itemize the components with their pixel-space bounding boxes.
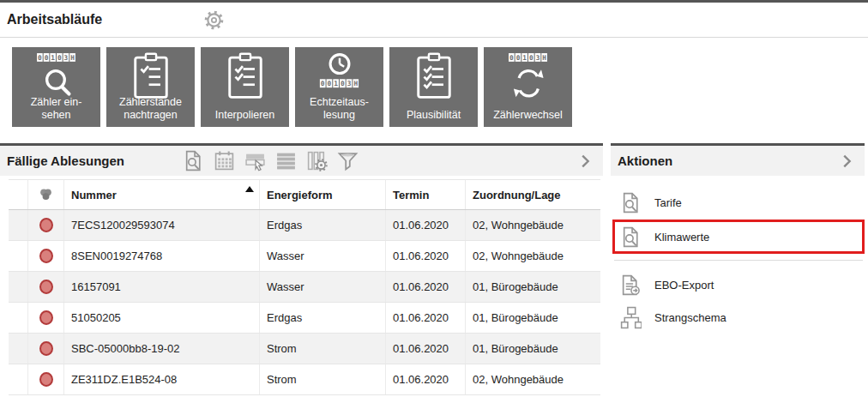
table-row[interactable]: SBC-05000bb8-19-02Strom01.06.202001, Bür… xyxy=(9,334,600,364)
tile-label: Interpolieren xyxy=(202,109,287,122)
svg-text:0: 0 xyxy=(57,54,61,62)
tile-label-line: Zählerstände xyxy=(108,96,193,109)
action-item-tarife[interactable]: Tarife xyxy=(612,186,865,219)
action-item-klimawerte[interactable]: Klimawerte xyxy=(612,220,865,254)
header-cell-spacer xyxy=(9,180,28,209)
row-status-cell xyxy=(28,364,64,394)
table-row[interactable]: ZE311DZ.E1B524-08Strom01.06.202002, Wohn… xyxy=(9,364,600,395)
column-header-zuordnung[interactable]: Zuordnung/Lage xyxy=(466,180,600,209)
page-header: Arbeitsabläufe xyxy=(0,0,868,38)
action-item-strangschema[interactable]: Strangschema xyxy=(612,301,865,334)
tile-label-line: Interpolieren xyxy=(202,109,287,122)
row-cell-termin: 01.06.2020 xyxy=(386,334,466,364)
svg-text:3: 3 xyxy=(63,54,68,62)
workflow-tile-interpolieren[interactable]: Interpolieren xyxy=(201,47,289,127)
tile-label: Zählerwechsel xyxy=(485,109,570,122)
svg-text:3: 3 xyxy=(535,54,539,62)
row-cell-energieform: Erdgas xyxy=(260,210,386,240)
row-cell-zuordnung: 01, Bürogebäude xyxy=(466,303,600,333)
workflow-tile-plausibilitaet[interactable]: Plausibilität xyxy=(389,47,478,127)
tile-label-line: Plausibilität xyxy=(391,109,476,122)
table-row[interactable]: 16157091Wasser01.06.202001, Bürogebäude xyxy=(9,272,600,303)
workflow-tile-echtzeitauslesung[interactable]: 00103HEchtzeitaus-lesung xyxy=(295,47,383,127)
page-title: Arbeitsabläufe xyxy=(7,12,102,27)
svg-text:0: 0 xyxy=(38,54,42,62)
column-settings-icon[interactable] xyxy=(306,150,328,171)
app-root: Arbeitsabläufe 00103H Zähler ein-sehen Z… xyxy=(0,0,868,395)
row-cell-termin: 01.06.2020 xyxy=(386,303,466,333)
tile-label: Zählerständenachtragen xyxy=(108,96,193,122)
svg-text:H: H xyxy=(542,54,546,62)
row-cell-energieform: Strom xyxy=(260,334,386,364)
status-dot-icon xyxy=(39,249,53,263)
calendar-icon[interactable] xyxy=(214,150,235,171)
row-status-cell xyxy=(28,241,64,271)
gear-icon[interactable] xyxy=(203,9,225,31)
main-area: Fällige Ablesungen xyxy=(0,143,868,395)
row-cell-termin: 01.06.2020 xyxy=(386,364,466,394)
row-cell-energieform: Erdgas xyxy=(260,303,386,333)
column-header-nummer[interactable]: Nummer xyxy=(64,180,260,209)
svg-text:1: 1 xyxy=(522,54,527,62)
svg-text:1: 1 xyxy=(334,80,338,87)
svg-text:H: H xyxy=(70,54,75,62)
row-cell-spacer xyxy=(9,364,28,394)
tile-label: Plausibilität xyxy=(391,109,476,122)
clock-meter-icon: 00103H xyxy=(295,52,383,93)
tile-label-line: sehen xyxy=(14,109,99,122)
tile-label-line: Echtzeitaus- xyxy=(297,96,382,109)
row-cell-zuordnung: 01, Bürogebäude xyxy=(466,334,600,364)
row-cell-zuordnung: 02, Wohngebäude xyxy=(466,210,600,240)
filter-icon[interactable] xyxy=(337,150,359,171)
action-label: Tarife xyxy=(654,196,682,209)
clipboard-checklist-icon xyxy=(201,52,289,100)
row-cell-nummer: 16157091 xyxy=(64,272,260,302)
tile-label-line: Zähler ein- xyxy=(14,96,99,109)
row-cell-nummer: 7ECS120029593074 xyxy=(64,210,260,240)
document-search-icon xyxy=(620,226,642,248)
row-cell-termin: 01.06.2020 xyxy=(386,272,466,302)
column-label: Nummer xyxy=(71,189,117,202)
svg-text:H: H xyxy=(353,80,358,87)
table-row[interactable]: 8SEN0019274768Wasser01.06.202002, Wohnge… xyxy=(9,241,600,272)
workflow-tile-zaehler-einsehen[interactable]: 00103H Zähler ein-sehen xyxy=(12,47,100,127)
svg-text:0: 0 xyxy=(327,80,331,87)
due-readings-panel: Fällige Ablesungen xyxy=(0,143,603,395)
actions-title: Aktionen xyxy=(618,153,672,168)
actions-panel: Aktionen Tarife Klimawerte EBO-Export St… xyxy=(611,143,865,395)
chevron-right-icon[interactable] xyxy=(837,152,856,171)
row-status-cell xyxy=(28,303,64,333)
clipboard-check-icon xyxy=(106,52,195,100)
row-cell-energieform: Wasser xyxy=(260,241,386,271)
row-select-icon[interactable] xyxy=(244,150,266,171)
workflow-tiles: 00103H Zähler ein-sehen Zählerständenach… xyxy=(0,38,868,127)
svg-text:0: 0 xyxy=(320,80,324,87)
svg-text:0: 0 xyxy=(340,80,344,87)
workflow-tile-zaehlerwechsel[interactable]: 00103H Zählerwechsel xyxy=(484,47,572,127)
action-label: EBO-Export xyxy=(654,279,714,292)
workflow-tile-zaehlerstaende-nachtragen[interactable]: Zählerständenachtragen xyxy=(106,47,195,127)
row-cell-nummer: 8SEN0019274768 xyxy=(64,241,260,271)
meter-refresh-icon: 00103H xyxy=(484,52,572,102)
document-search-icon[interactable] xyxy=(183,150,204,171)
row-status-cell xyxy=(28,272,64,302)
svg-text:0: 0 xyxy=(528,54,533,62)
table-row[interactable]: 7ECS120029593074Erdgas01.06.202002, Wohn… xyxy=(9,210,600,241)
action-item-ebo-export[interactable]: EBO-Export xyxy=(612,268,865,301)
row-cell-spacer xyxy=(9,303,28,333)
svg-text:0: 0 xyxy=(515,54,520,62)
row-cell-zuordnung: 02, Wohngebäude xyxy=(466,241,600,271)
row-cell-termin: 01.06.2020 xyxy=(386,210,466,240)
rows-icon[interactable] xyxy=(275,150,297,171)
actions-header: Aktionen xyxy=(611,143,865,176)
chevron-right-icon[interactable] xyxy=(576,152,594,171)
document-search-icon xyxy=(620,192,642,214)
due-readings-table: Nummer Energieform Termin Zuordnung/Lage… xyxy=(9,179,600,395)
row-status-cell xyxy=(28,334,64,364)
column-header-energieform[interactable]: Energieform xyxy=(260,180,386,209)
table-row[interactable]: 51050205Erdgas01.06.202001, Bürogebäude xyxy=(9,303,600,334)
row-cell-spacer xyxy=(9,272,28,302)
status-cluster-icon[interactable] xyxy=(28,180,64,209)
column-header-termin[interactable]: Termin xyxy=(386,180,466,209)
row-cell-zuordnung: 02, Wohngebäude xyxy=(466,364,600,394)
